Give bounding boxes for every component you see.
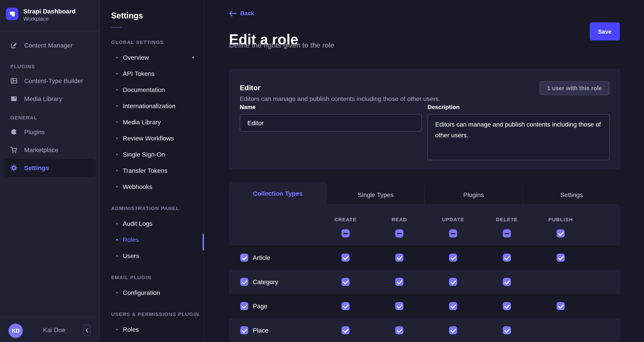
subnav-item-label: Internationalization [123, 102, 176, 109]
perm-article-read-checkbox-checked[interactable] [395, 254, 403, 262]
row-category-checkbox-checked[interactable] [240, 278, 248, 286]
column-label-update: UPDATE [426, 204, 480, 222]
sidebar-item-marketplace[interactable]: Marketplace [4, 141, 96, 159]
perm-place-update-checkbox-checked[interactable] [449, 326, 457, 334]
sidebar-item-plugins[interactable]: Plugins [4, 123, 96, 141]
description-textarea[interactable]: Editors can manage and publish contents … [428, 114, 610, 160]
column-delete-checkbox-indeterminate[interactable] [503, 229, 511, 237]
permission-cell [534, 302, 588, 310]
perm-place-delete-checkbox-checked[interactable] [503, 326, 511, 334]
perm-category-update-checkbox-checked[interactable] [449, 278, 457, 286]
bullet-icon [116, 153, 118, 155]
perm-place-create-checkbox-checked[interactable] [342, 326, 350, 334]
permission-cell [480, 278, 534, 286]
row-place-checkbox-checked[interactable] [240, 326, 248, 334]
subnav-item-label: API Tokens [123, 70, 154, 77]
subnav-item-webhooks[interactable]: Webhooks [100, 179, 204, 195]
user-name[interactable]: Kai Doe [43, 317, 66, 342]
permission-cell [319, 326, 372, 334]
column-create-checkbox-indeterminate[interactable] [342, 229, 350, 237]
bullet-icon [116, 137, 118, 139]
users-with-role-button[interactable]: 1 user with this role [540, 81, 610, 95]
column-toggle-cell [319, 229, 372, 237]
back-link[interactable]: Back [229, 10, 254, 17]
perm-page-delete-checkbox-checked[interactable] [503, 302, 511, 310]
column-update-checkbox-indeterminate[interactable] [449, 229, 457, 237]
role-card: Editor Editors can manage and publish co… [229, 69, 620, 170]
tab-collection-types[interactable]: Collection Types [229, 182, 326, 204]
row-page-checkbox-checked[interactable] [240, 302, 248, 310]
subnav-section-email-plugin: EMAIL PLUGIN [111, 275, 204, 280]
perm-category-delete-checkbox-checked[interactable] [503, 278, 511, 286]
permission-cell [319, 302, 372, 310]
name-input[interactable] [240, 114, 422, 131]
column-publish-checkbox-checked[interactable] [556, 229, 565, 237]
column-read-checkbox-indeterminate[interactable] [395, 229, 403, 237]
bullet-icon [116, 89, 118, 91]
perm-page-publish-checkbox-checked[interactable] [556, 302, 565, 310]
sidebar-item-content-type-builder[interactable]: Content-Type Builder [4, 72, 96, 90]
puzzle-icon [10, 128, 18, 135]
row-label-cell: Place [229, 326, 319, 334]
subnav-title-divider [111, 27, 122, 28]
subnav-item-label: Documentation [123, 86, 165, 93]
subnav-item-overview[interactable]: Overview [100, 49, 204, 66]
layout-grid-icon [10, 77, 18, 84]
column-label-delete: DELETE [480, 204, 534, 222]
subnav-item-media-library[interactable]: Media Library [100, 114, 204, 130]
permission-cell [480, 254, 534, 262]
perm-category-create-checkbox-checked[interactable] [342, 278, 350, 286]
main-content: Back Edit a role Define the rights given… [204, 0, 644, 342]
perm-category-read-checkbox-checked[interactable] [395, 278, 403, 286]
subnav-item-api-tokens[interactable]: API Tokens [100, 66, 204, 82]
sidebar-section-plugins: PLUGINS [10, 64, 100, 69]
subnav-item-transfer-tokens[interactable]: Transfer Tokens [100, 162, 204, 179]
perm-article-update-checkbox-checked[interactable] [449, 254, 457, 262]
collapse-sidebar-button[interactable] [83, 324, 90, 336]
subnav-item-label: Review Workflows [123, 135, 174, 142]
sidebar-item-media-library[interactable]: Media Library [4, 90, 96, 108]
subnav-item-documentation[interactable]: Documentation [100, 82, 204, 98]
save-button[interactable]: Save [590, 23, 620, 40]
subnav-item-review-workflows[interactable]: Review Workflows [100, 130, 204, 146]
row-label-cell: Article [229, 254, 319, 262]
content-type-name: Category [253, 278, 278, 285]
subnav-item-users[interactable]: Users [100, 248, 204, 264]
permission-cell [534, 254, 588, 262]
perm-place-read-checkbox-checked[interactable] [395, 326, 403, 334]
subnav-item-roles[interactable]: Roles [100, 321, 204, 337]
sidebar-item-content-manager[interactable]: Content Manager [4, 38, 96, 53]
perm-page-create-checkbox-checked[interactable] [342, 302, 350, 310]
permission-row-category: Category [229, 270, 620, 294]
brand-workspace: Workplace [23, 16, 76, 22]
row-article-checkbox-checked[interactable] [240, 254, 248, 262]
tab-settings[interactable]: Settings [522, 185, 620, 204]
name-field-group: Name [240, 104, 422, 162]
tab-single-types[interactable]: Single Types [326, 185, 424, 204]
subnav-item-internationalization[interactable]: Internationalization [100, 98, 204, 114]
subnav-item-audit-logs[interactable]: Audit Logs [100, 215, 204, 232]
subnav-item-single-sign-on[interactable]: Single Sign-On [100, 146, 204, 162]
sidebar-item-settings[interactable]: Settings [4, 159, 96, 177]
perm-page-read-checkbox-checked[interactable] [395, 302, 403, 310]
workspace-switcher[interactable]: Strapi Dashboard Workplace [0, 0, 100, 22]
permission-cell [319, 254, 372, 262]
user-avatar[interactable]: KD [8, 324, 23, 338]
strapi-logo-icon [6, 8, 18, 20]
sidebar-item-label: Content Manager [24, 42, 72, 49]
perm-article-create-checkbox-checked[interactable] [342, 254, 350, 262]
tab-plugins[interactable]: Plugins [424, 185, 522, 204]
perm-article-delete-checkbox-checked[interactable] [503, 254, 511, 262]
subnav-item-label: Webhooks [123, 183, 152, 190]
perm-article-publish-checkbox-checked[interactable] [556, 254, 565, 262]
subnav-item-roles[interactable]: Roles [100, 232, 204, 248]
name-field-label: Name [240, 104, 422, 110]
gear-icon [10, 164, 18, 172]
bullet-icon [116, 239, 118, 241]
permission-cell [426, 302, 480, 310]
notification-dot-icon [192, 57, 194, 58]
perm-page-update-checkbox-checked[interactable] [449, 302, 457, 310]
role-form: Name Description Editors can manage and … [240, 104, 610, 162]
subnav-item-configuration[interactable]: Configuration [100, 285, 204, 301]
column-label-create: CREATE [319, 204, 372, 222]
